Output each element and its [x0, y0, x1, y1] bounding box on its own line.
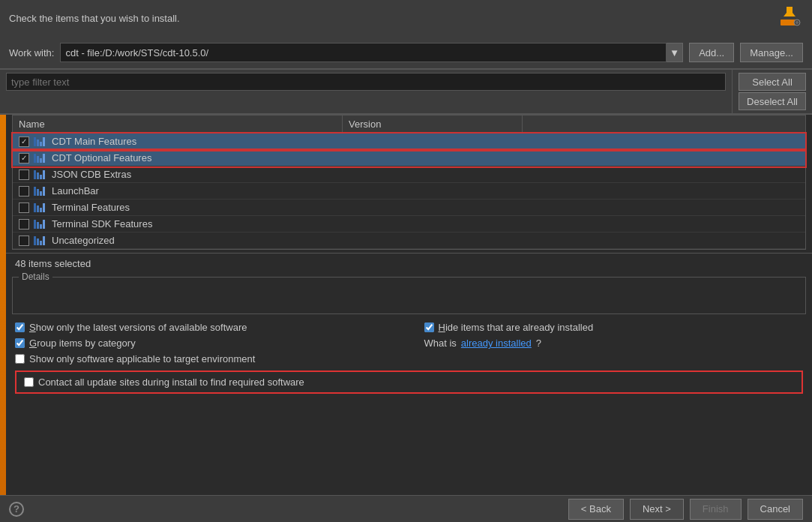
row-icon-4	[34, 186, 49, 196]
col-name-header: Name	[13, 116, 343, 133]
row-checkbox-5[interactable]	[19, 202, 29, 213]
already-installed-suffix: ?	[536, 338, 541, 349]
deselect-all-button[interactable]: Deselect All	[739, 92, 806, 110]
row-label-3: JSON CDB Extras	[52, 169, 131, 180]
table-row[interactable]: CDT Optional Features	[13, 150, 805, 166]
table-row[interactable]: CDT Main Features	[13, 134, 805, 150]
show-latest-label: Show only the latest versions of availab…	[29, 322, 247, 333]
row-label-2: CDT Optional Features	[52, 152, 151, 164]
items-table: Name Version CDT Main	[12, 115, 806, 250]
back-button[interactable]: < Back	[568, 499, 624, 520]
details-legend: Details	[19, 272, 52, 282]
work-with-dropdown[interactable]: ▼	[667, 43, 683, 62]
option-show-applicable: Show only software applicable to target …	[15, 353, 394, 364]
help-icon[interactable]: ?	[9, 502, 24, 517]
bottom-right: < Back Next > Finish Cancel	[568, 499, 803, 520]
row-label-5: Terminal Features	[52, 202, 130, 213]
contact-update-label: Contact all update sites during install …	[38, 376, 304, 388]
row-icon-5	[34, 202, 49, 213]
show-applicable-label: Show only software applicable to target …	[29, 353, 255, 364]
row-label-1: CDT Main Features	[52, 136, 136, 147]
bottom-bar: ? < Back Next > Finish Cancel	[0, 495, 812, 522]
group-category-checkbox[interactable]	[15, 338, 25, 348]
header-section: Check the items that you wish to install…	[0, 0, 812, 115]
show-latest-checkbox[interactable]	[15, 322, 25, 332]
row-icon-2	[34, 153, 49, 164]
finish-button[interactable]: Finish	[690, 499, 742, 520]
cancel-button[interactable]: Cancel	[748, 499, 803, 520]
options-row-1: Show only the latest versions of availab…	[15, 322, 803, 364]
option-hide-installed: Hide items that are already installed	[424, 322, 804, 333]
table-header: Name Version	[13, 116, 805, 134]
install-icon	[776, 6, 803, 31]
table-row[interactable]: Terminal SDK Features	[13, 216, 805, 232]
table-row[interactable]: Terminal Features	[13, 200, 805, 216]
table-row[interactable]: LaunchBar	[13, 183, 805, 200]
filter-input[interactable]	[6, 73, 726, 91]
add-button[interactable]: Add...	[689, 43, 734, 62]
hide-installed-checkbox[interactable]	[424, 322, 434, 332]
details-content	[13, 278, 805, 314]
row-checkbox-2[interactable]	[19, 153, 29, 164]
table-row[interactable]: JSON CDB Extras	[13, 166, 805, 183]
hide-installed-label: Hide items that are already installed	[439, 322, 594, 333]
option-left: Show only the latest versions of availab…	[15, 322, 394, 364]
show-applicable-checkbox[interactable]	[15, 354, 25, 364]
row-checkbox-1[interactable]	[19, 136, 29, 147]
svg-rect-2	[787, 7, 793, 16]
row-icon-1	[34, 136, 49, 147]
items-selected-status: 48 items selected	[6, 253, 812, 274]
already-installed-prefix: What is	[424, 338, 457, 349]
row-checkbox-6[interactable]	[19, 219, 29, 230]
install-dialog: Check the items that you wish to install…	[0, 0, 812, 522]
row-checkbox-3[interactable]	[19, 170, 29, 180]
option-right: Hide items that are already installed Wh…	[424, 322, 804, 349]
table-row[interactable]: Uncategorized	[13, 232, 805, 249]
work-input-container: ▼	[60, 43, 683, 62]
work-with-row: Work with: ▼ Add... Manage...	[0, 37, 812, 69]
option-show-latest: Show only the latest versions of availab…	[15, 322, 394, 333]
work-with-input[interactable]	[60, 43, 667, 62]
row-icon-3	[34, 170, 49, 180]
instruction-text: Check the items that you wish to install…	[9, 13, 180, 24]
inner-content: Name Version CDT Main	[6, 115, 812, 522]
options-section: Show only the latest versions of availab…	[6, 317, 812, 398]
row-label-4: LaunchBar	[52, 185, 99, 196]
manage-button[interactable]: Manage...	[740, 43, 803, 62]
row-checkbox-7[interactable]	[19, 236, 29, 246]
left-accent	[0, 115, 6, 522]
option-group-category: Group items by category	[15, 338, 394, 349]
row-checkbox-4[interactable]	[19, 186, 29, 196]
bottom-left: ?	[9, 502, 24, 517]
work-with-label: Work with:	[9, 47, 54, 58]
main-content: Name Version CDT Main	[0, 115, 812, 522]
row-icon-7	[34, 236, 49, 246]
already-installed-link[interactable]: already installed	[461, 338, 532, 349]
row-label-7: Uncategorized	[52, 235, 115, 246]
group-category-label: Group items by category	[29, 338, 136, 349]
next-button[interactable]: Next >	[630, 499, 684, 520]
svg-point-4	[796, 21, 799, 24]
contact-update-option: Contact all update sites during install …	[15, 370, 803, 394]
option-already-installed: What is already installed ?	[424, 338, 804, 349]
row-label-6: Terminal SDK Features	[52, 218, 152, 230]
select-all-button[interactable]: Select All	[739, 73, 806, 91]
contact-update-checkbox[interactable]	[24, 377, 34, 387]
row-icon-6	[34, 219, 49, 230]
col-extra-header	[523, 116, 805, 133]
col-version-header: Version	[343, 116, 523, 133]
details-section: Details	[12, 277, 806, 314]
